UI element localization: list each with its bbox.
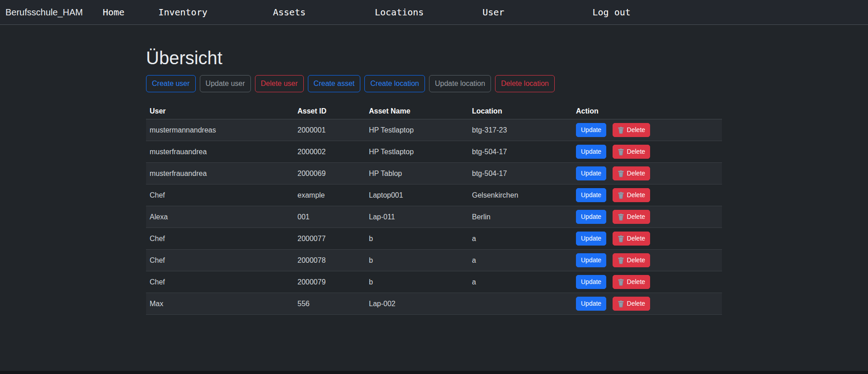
cell-user: Chef xyxy=(146,185,294,206)
table-header-row: User Asset ID Asset Name Location Action xyxy=(146,104,722,119)
cell-user: Max xyxy=(146,293,294,315)
row-update-button[interactable]: Update xyxy=(576,297,606,311)
row-update-button[interactable]: Update xyxy=(576,275,606,289)
cell-location: a xyxy=(468,250,572,271)
cell-location: Berlin xyxy=(468,206,572,228)
col-header-user: User xyxy=(146,104,294,119)
delete-label: Delete xyxy=(627,299,645,308)
window-bottom-edge xyxy=(0,371,868,374)
cell-asset-name: Lap-002 xyxy=(365,293,468,315)
table-row: Chef 2000078 b a Update Delete xyxy=(146,250,722,271)
col-header-action: Action xyxy=(572,104,722,119)
row-update-button[interactable]: Update xyxy=(576,145,606,159)
trash-icon xyxy=(618,192,624,199)
toolbar: Create user Update user Delete user Crea… xyxy=(146,75,722,92)
cell-asset-name: Lap-011 xyxy=(365,206,468,228)
cell-asset-id: 001 xyxy=(294,206,365,228)
row-delete-button[interactable]: Delete xyxy=(613,123,650,137)
table-row: Alexa 001 Lap-011 Berlin Update Delete xyxy=(146,206,722,228)
table-row: mustermannandreas 2000001 HP Testlaptop … xyxy=(146,119,722,141)
trash-icon xyxy=(618,300,624,308)
nav-item-assets[interactable]: Assets xyxy=(273,7,306,18)
cell-location: btg-504-17 xyxy=(468,141,572,163)
table-row: Chef 2000077 b a Update Delete xyxy=(146,228,722,250)
cell-asset-id: 2000069 xyxy=(294,163,365,185)
row-delete-button[interactable]: Delete xyxy=(613,275,650,289)
nav-menu: Home Inventory Assets Locations User Log… xyxy=(83,7,631,18)
cell-asset-name: Laptop001 xyxy=(365,185,468,206)
navbar-brand[interactable]: Berufsschule_HAM xyxy=(5,7,83,18)
assets-table: User Asset ID Asset Name Location Action… xyxy=(146,104,722,315)
table-row: musterfrauandrea 2000069 HP Tablop btg-5… xyxy=(146,163,722,185)
cell-asset-name: HP Tablop xyxy=(365,163,468,185)
cell-user: musterfrauandrea xyxy=(146,141,294,163)
create-user-button[interactable]: Create user xyxy=(146,75,196,92)
cell-location: btg-504-17 xyxy=(468,163,572,185)
update-location-button[interactable]: Update location xyxy=(429,75,491,92)
cell-asset-id: 2000079 xyxy=(294,271,365,293)
trash-icon xyxy=(618,279,624,286)
row-update-button[interactable]: Update xyxy=(576,232,606,246)
row-delete-button[interactable]: Delete xyxy=(613,232,650,246)
main-content: Übersicht Create user Update user Delete… xyxy=(146,25,722,315)
delete-label: Delete xyxy=(627,125,645,135)
row-delete-button[interactable]: Delete xyxy=(613,297,650,311)
delete-location-button[interactable]: Delete location xyxy=(495,75,555,92)
nav-item-inventory[interactable]: Inventory xyxy=(158,7,207,18)
cell-asset-id: 2000078 xyxy=(294,250,365,271)
page-title: Übersicht xyxy=(146,47,722,69)
cell-asset-name: HP Testlaptop xyxy=(365,119,468,141)
cell-action: Update Delete xyxy=(572,293,722,315)
row-delete-button[interactable]: Delete xyxy=(613,210,650,224)
cell-user: mustermannandreas xyxy=(146,119,294,141)
delete-label: Delete xyxy=(627,277,645,287)
cell-asset-id: 556 xyxy=(294,293,365,315)
row-delete-button[interactable]: Delete xyxy=(613,145,650,159)
cell-asset-id: 2000001 xyxy=(294,119,365,141)
trash-icon xyxy=(618,235,624,242)
create-location-button[interactable]: Create location xyxy=(364,75,425,92)
row-update-button[interactable]: Update xyxy=(576,253,606,267)
trash-icon xyxy=(618,148,624,156)
row-update-button[interactable]: Update xyxy=(576,123,606,137)
navbar: Berufsschule_HAM Home Inventory Assets L… xyxy=(0,0,868,25)
cell-asset-name: b xyxy=(365,250,468,271)
nav-item-logout[interactable]: Log out xyxy=(593,7,631,18)
cell-asset-id: 2000077 xyxy=(294,228,365,250)
nav-item-locations[interactable]: Locations xyxy=(375,7,424,18)
cell-user: Alexa xyxy=(146,206,294,228)
cell-asset-name: b xyxy=(365,271,468,293)
row-update-button[interactable]: Update xyxy=(576,188,606,202)
cell-action: Update Delete xyxy=(572,163,722,185)
row-update-button[interactable]: Update xyxy=(576,210,606,224)
update-user-button[interactable]: Update user xyxy=(200,75,251,92)
cell-user: Chef xyxy=(146,250,294,271)
cell-user: Chef xyxy=(146,271,294,293)
row-update-button[interactable]: Update xyxy=(576,166,606,180)
table-row: Chef 2000079 b a Update Delete xyxy=(146,271,722,293)
cell-asset-id: 2000002 xyxy=(294,141,365,163)
row-delete-button[interactable]: Delete xyxy=(613,188,650,202)
cell-user: Chef xyxy=(146,228,294,250)
cell-action: Update Delete xyxy=(572,206,722,228)
nav-item-user[interactable]: User xyxy=(482,7,504,18)
cell-asset-id: example xyxy=(294,185,365,206)
row-delete-button[interactable]: Delete xyxy=(613,253,650,267)
delete-label: Delete xyxy=(627,169,645,178)
row-delete-button[interactable]: Delete xyxy=(613,166,650,180)
cell-location: a xyxy=(468,271,572,293)
cell-user: musterfrauandrea xyxy=(146,163,294,185)
table-row: musterfrauandrea 2000002 HP Testlaptop b… xyxy=(146,141,722,163)
cell-action: Update Delete xyxy=(572,141,722,163)
nav-item-home[interactable]: Home xyxy=(103,7,124,18)
delete-user-button[interactable]: Delete user xyxy=(255,75,304,92)
col-header-asset-name: Asset Name xyxy=(365,104,468,119)
table-row: Max 556 Lap-002 Update Delete xyxy=(146,293,722,315)
cell-action: Update Delete xyxy=(572,119,722,141)
create-asset-button[interactable]: Create asset xyxy=(308,75,361,92)
table-row: Chef example Laptop001 Gelsenkirchen Upd… xyxy=(146,185,722,206)
cell-location: Gelsenkirchen xyxy=(468,185,572,206)
col-header-asset-id: Asset ID xyxy=(294,104,365,119)
cell-action: Update Delete xyxy=(572,228,722,250)
cell-asset-name: b xyxy=(365,228,468,250)
